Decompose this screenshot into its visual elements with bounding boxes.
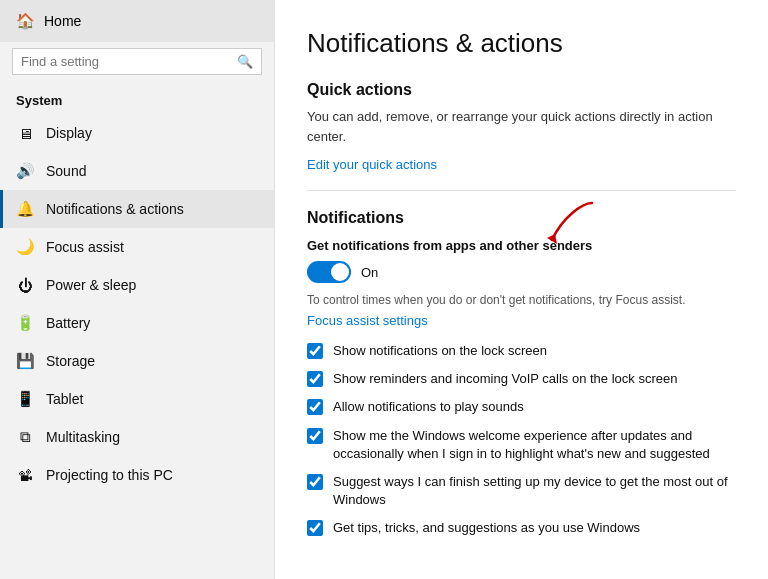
checkbox-voip: Show reminders and incoming VoIP calls o…	[307, 370, 736, 388]
sidebar: 🏠 Home 🔍 System 🖥 Display 🔊 Sound 🔔 Noti…	[0, 0, 275, 579]
checkbox-welcome-label[interactable]: Show me the Windows welcome experience a…	[333, 427, 736, 463]
checkboxes-container: Show notifications on the lock screen Sh…	[307, 342, 736, 538]
checkbox-welcome: Show me the Windows welcome experience a…	[307, 427, 736, 463]
sidebar-item-label: Storage	[46, 353, 95, 369]
sidebar-item-notifications[interactable]: 🔔 Notifications & actions	[0, 190, 274, 228]
get-notif-label: Get notifications from apps and other se…	[307, 238, 592, 253]
checkbox-voip-input[interactable]	[307, 371, 323, 387]
checkbox-tips-setup-input[interactable]	[307, 474, 323, 490]
checkbox-tips-setup-label[interactable]: Suggest ways I can finish setting up my …	[333, 473, 736, 509]
search-box[interactable]: 🔍	[12, 48, 262, 75]
sidebar-home[interactable]: 🏠 Home	[0, 0, 274, 42]
divider-1	[307, 190, 736, 191]
sidebar-item-label: Projecting to this PC	[46, 467, 173, 483]
sidebar-item-battery[interactable]: 🔋 Battery	[0, 304, 274, 342]
sidebar-item-power[interactable]: ⏻ Power & sleep	[0, 266, 274, 304]
checkbox-lock-screen-input[interactable]	[307, 343, 323, 359]
sidebar-item-label: Notifications & actions	[46, 201, 184, 217]
sidebar-item-multitasking[interactable]: ⧉ Multitasking	[0, 418, 274, 456]
main-content: Notifications & actions Quick actions Yo…	[275, 0, 768, 579]
quick-actions-title: Quick actions	[307, 81, 736, 99]
focus-icon: 🌙	[16, 238, 34, 256]
sidebar-item-label: Focus assist	[46, 239, 124, 255]
sound-icon: 🔊	[16, 162, 34, 180]
power-icon: ⏻	[16, 276, 34, 294]
checkbox-welcome-input[interactable]	[307, 428, 323, 444]
notifications-icon: 🔔	[16, 200, 34, 218]
tablet-icon: 📱	[16, 390, 34, 408]
sidebar-item-label: Tablet	[46, 391, 83, 407]
sidebar-item-display[interactable]: 🖥 Display	[0, 114, 274, 152]
focus-hint-text: To control times when you do or don't ge…	[307, 291, 736, 309]
storage-icon: 💾	[16, 352, 34, 370]
toggle-label: On	[361, 265, 378, 280]
page-title: Notifications & actions	[307, 28, 736, 59]
battery-icon: 🔋	[16, 314, 34, 332]
home-icon: 🏠	[16, 12, 34, 30]
home-label: Home	[44, 13, 81, 29]
sidebar-item-tablet[interactable]: 📱 Tablet	[0, 380, 274, 418]
focus-assist-settings-link[interactable]: Focus assist settings	[307, 313, 736, 328]
projecting-icon: 📽	[16, 466, 34, 484]
search-input[interactable]	[21, 54, 231, 69]
edit-quick-actions-link[interactable]: Edit your quick actions	[307, 157, 437, 172]
sidebar-item-label: Power & sleep	[46, 277, 136, 293]
checkbox-sounds-input[interactable]	[307, 399, 323, 415]
sidebar-item-label: Display	[46, 125, 92, 141]
multitasking-icon: ⧉	[16, 428, 34, 446]
sidebar-item-label: Battery	[46, 315, 90, 331]
checkbox-sounds-label[interactable]: Allow notifications to play sounds	[333, 398, 524, 416]
red-arrow-annotation	[542, 198, 602, 248]
sidebar-item-label: Sound	[46, 163, 86, 179]
checkbox-tips: Get tips, tricks, and suggestions as you…	[307, 519, 736, 537]
checkbox-tips-setup: Suggest ways I can finish setting up my …	[307, 473, 736, 509]
sidebar-item-sound[interactable]: 🔊 Sound	[0, 152, 274, 190]
sidebar-item-projecting[interactable]: 📽 Projecting to this PC	[0, 456, 274, 494]
checkbox-lock-screen: Show notifications on the lock screen	[307, 342, 736, 360]
sidebar-item-label: Multitasking	[46, 429, 120, 445]
search-icon: 🔍	[237, 54, 253, 69]
notifications-title: Notifications	[307, 209, 736, 227]
checkbox-lock-screen-label[interactable]: Show notifications on the lock screen	[333, 342, 547, 360]
checkbox-sounds: Allow notifications to play sounds	[307, 398, 736, 416]
display-icon: 🖥	[16, 124, 34, 142]
quick-actions-desc: You can add, remove, or rearrange your q…	[307, 107, 736, 146]
sidebar-item-storage[interactable]: 💾 Storage	[0, 342, 274, 380]
notifications-toggle[interactable]	[307, 261, 351, 283]
toggle-row: On	[307, 261, 736, 283]
sidebar-item-focus[interactable]: 🌙 Focus assist	[0, 228, 274, 266]
system-section-label: System	[0, 85, 274, 114]
checkbox-voip-label[interactable]: Show reminders and incoming VoIP calls o…	[333, 370, 677, 388]
checkbox-tips-label[interactable]: Get tips, tricks, and suggestions as you…	[333, 519, 640, 537]
checkbox-tips-input[interactable]	[307, 520, 323, 536]
